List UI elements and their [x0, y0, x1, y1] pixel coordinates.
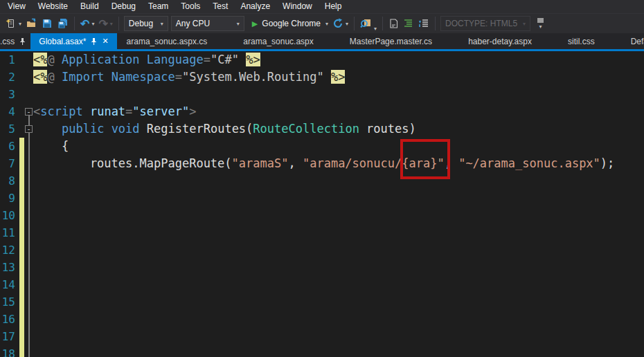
browse-dropdown-chevron[interactable]: ▾ [374, 26, 377, 32]
code-line-3[interactable]: 3 [0, 86, 644, 103]
change-tracking-bar [19, 328, 24, 345]
line-number: 17 [0, 328, 19, 345]
code-line-6[interactable]: 6 { [0, 138, 644, 155]
code-text[interactable]: routes.MapPageRoute("aramaS", "arama/son… [33, 155, 614, 172]
tab-label: MasterPage.master.cs [350, 37, 432, 46]
tab-label: arama_sonuc.aspx [243, 37, 313, 46]
code-text[interactable]: <%@ Application Language="C#" %> [33, 51, 260, 68]
format-document-icon [403, 18, 414, 29]
menu-item-window[interactable]: Window [276, 0, 319, 13]
code-line-11[interactable]: 11 [0, 224, 644, 241]
browser-dropdown-chevron[interactable]: ▾ [325, 21, 328, 27]
change-tracking-bar [19, 86, 24, 103]
code-text[interactable]: <%@ Import Namespace="System.Web.Routing… [33, 68, 345, 86]
browse-with-button[interactable]: ▾ [358, 15, 379, 32]
menu-item-help[interactable]: Help [319, 0, 348, 13]
code-line-14[interactable]: 14 [0, 276, 644, 293]
save-all-button[interactable] [55, 15, 71, 32]
line-number: 7 [0, 155, 19, 172]
outlining-margin [24, 51, 33, 68]
tab-arama-sonuc-aspx[interactable]: arama_sonuc.aspx [233, 33, 327, 49]
redo-icon: ↷ [98, 19, 107, 29]
menu-item-analyze[interactable]: Analyze [234, 0, 276, 13]
tab-global-asax-[interactable]: Global.asax*✕ [30, 33, 116, 49]
close-icon[interactable]: ✕ [102, 37, 108, 46]
code-line-8[interactable]: 8 [0, 172, 644, 190]
tab-default-aspx[interactable]: Default.aspx [621, 33, 644, 49]
menu-item-team[interactable]: Team [142, 0, 175, 13]
line-number: 9 [0, 190, 19, 207]
code-line-15[interactable]: 15 [0, 293, 644, 311]
tab--css[interactable]: .css [0, 33, 30, 49]
menu-item-website[interactable]: Website [32, 0, 74, 13]
new-item-dropdown-chevron[interactable]: ▾ [19, 21, 21, 27]
browse-with-icon [360, 18, 372, 29]
tab-sitil-css[interactable]: sitil.css [558, 33, 609, 49]
code-line-4[interactable]: 4-<script runat="server"> [0, 103, 644, 120]
start-debugging-button[interactable]: ▶ Google Chrome ▾ [250, 15, 330, 32]
tab-label: haber-detay.aspx [468, 37, 532, 46]
main-toolbar: ▾ ↶ ▾ ↷ ▾ Debug ▾ Any CPU ▾ ▶ Google Chr… [0, 13, 644, 33]
code-line-1[interactable]: 1<%@ Application Language="C#" %> [0, 51, 644, 68]
refresh-dropdown-chevron[interactable]: ▾ [346, 21, 348, 27]
code-text[interactable]: <script runat="server"> [33, 103, 197, 120]
menu-item-debug[interactable]: Debug [105, 0, 142, 13]
format-document-button[interactable] [401, 15, 416, 32]
solution-platform-dropdown[interactable]: Any CPU ▾ [171, 16, 244, 31]
line-number: 5 [0, 120, 19, 138]
change-tracking-bar [19, 259, 24, 276]
change-tracking-bar [19, 241, 24, 259]
code-line-12[interactable]: 12 [0, 241, 644, 259]
refresh-browser-button[interactable]: ▾ [330, 15, 350, 32]
toolbar-separator [74, 17, 75, 30]
pin-icon[interactable] [19, 37, 26, 46]
code-line-9[interactable]: 9 [0, 190, 644, 207]
code-text[interactable]: { [33, 138, 69, 155]
menu-item-build[interactable]: Build [74, 0, 105, 13]
new-item-button[interactable]: ▾ [3, 15, 24, 32]
document-tab-bar: .cssGlobal.asax*✕arama_sonuc.aspx.csaram… [0, 33, 644, 51]
line-number: 13 [0, 259, 19, 276]
open-file-button[interactable] [24, 15, 39, 32]
chevron-down-icon: ▾ [523, 21, 526, 27]
outlining-margin [24, 86, 33, 103]
format-selection-button[interactable] [416, 15, 431, 32]
tab-label: .css [0, 37, 15, 46]
open-file-icon [26, 18, 37, 29]
annotation-red-box [400, 139, 450, 179]
document-outline-button[interactable] [386, 15, 401, 32]
save-button[interactable] [39, 15, 55, 32]
code-editor[interactable]: 1<%@ Application Language="C#" %>2<%@ Im… [0, 51, 644, 357]
code-line-7[interactable]: 7 routes.MapPageRoute("aramaS", "arama/s… [0, 155, 644, 172]
code-line-10[interactable]: 10 [0, 207, 644, 224]
code-line-13[interactable]: 13 [0, 259, 644, 276]
code-line-5[interactable]: 5- public void RegisterRoutes(RouteColle… [0, 120, 644, 138]
toolbar-overflow-button[interactable]: ▾ [537, 18, 544, 30]
line-number: 16 [0, 311, 19, 328]
toolbar-separator [382, 17, 383, 30]
line-number: 2 [0, 68, 19, 86]
collapse-region-icon[interactable]: - [25, 108, 33, 116]
line-number: 1 [0, 51, 19, 68]
code-line-16[interactable]: 16 [0, 311, 644, 328]
code-line-18[interactable]: 18 [0, 345, 644, 357]
save-all-icon [57, 18, 69, 29]
tab-haber-detay-aspx[interactable]: haber-detay.aspx [458, 33, 546, 49]
solution-configuration-dropdown[interactable]: Debug ▾ [124, 16, 168, 31]
menu-item-test[interactable]: Test [206, 0, 234, 13]
collapse-region-icon[interactable]: - [25, 125, 33, 133]
undo-button[interactable]: ↶ ▾ [78, 15, 96, 32]
code-text[interactable]: public void RegisterRoutes(RouteCollecti… [33, 120, 416, 138]
change-tracking-bar [19, 293, 24, 311]
line-number: 15 [0, 293, 19, 311]
pin-icon[interactable] [90, 37, 98, 46]
tab-masterpage-master-cs[interactable]: MasterPage.master.cs [340, 33, 446, 49]
menu-item-tools[interactable]: Tools [175, 0, 206, 13]
undo-dropdown-chevron[interactable]: ▾ [91, 21, 94, 27]
line-number: 12 [0, 241, 19, 259]
code-line-2[interactable]: 2<%@ Import Namespace="System.Web.Routin… [0, 68, 644, 86]
menu-item-view[interactable]: View [1, 0, 32, 13]
chevron-down-icon: ▾ [161, 21, 163, 27]
tab-arama-sonuc-aspx-cs[interactable]: arama_sonuc.aspx.cs [117, 33, 222, 49]
code-line-17[interactable]: 17 [0, 328, 644, 345]
